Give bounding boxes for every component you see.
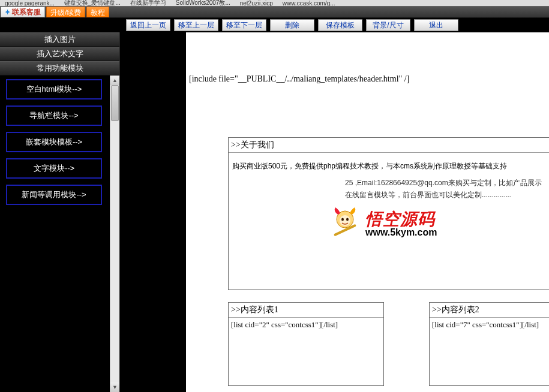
- module-nested-template[interactable]: 嵌套模块模板-->: [6, 132, 102, 152]
- module-text[interactable]: 文字模块-->: [6, 158, 102, 179]
- top-toolbar: ✦ 联系客服 升级/续费 教程: [0, 6, 549, 18]
- sidebar: 插入图片 插入艺术文字 常用功能模块 空白html模块--> 导航栏模块--> …: [0, 32, 120, 392]
- tab-item[interactable]: www.ccask.com/g...: [280, 0, 338, 6]
- sidebar-insert-art-text[interactable]: 插入艺术文字: [0, 47, 119, 61]
- module-navbar[interactable]: 导航栏模块-->: [6, 105, 102, 126]
- tab-item[interactable]: SolidWorks2007教...: [173, 0, 233, 6]
- contact-cs-label: 联系客服: [12, 7, 41, 17]
- about-paragraph-2: 25 ,Email:1628664925@qq.com来购买与定制，比如产品展示…: [231, 174, 547, 201]
- bg-size-button[interactable]: 背景/尺寸: [366, 19, 410, 31]
- module-news-call[interactable]: 新闻等调用模块-->: [6, 185, 102, 205]
- tab-item[interactable]: 在线新手学习: [128, 0, 169, 6]
- exit-button[interactable]: 退出: [414, 19, 458, 31]
- include-header-tag[interactable]: [include file="__PUBLIC__/../maliang_tem…: [189, 74, 409, 84]
- content-list-1-block[interactable]: >>内容列表1 [list cid="2" css="contcss1"][/l…: [228, 302, 384, 386]
- back-button[interactable]: 返回上一页: [126, 19, 170, 31]
- list1-code: [list cid="2" css="contcss1"][/list]: [229, 318, 383, 332]
- content-list-2-block[interactable]: >>内容列表2 [list cid="7" css="contcss1"][/l…: [429, 302, 549, 386]
- page-surface[interactable]: [include file="__PUBLIC__/../maliang_tem…: [186, 32, 549, 392]
- module-blank-html[interactable]: 空白html模块-->: [6, 79, 102, 99]
- sidebar-common-modules[interactable]: 常用功能模块: [0, 61, 119, 76]
- browser-tab-strip: google pagerank... 键盘交换_爱情键盘... 在线新手学习 S…: [0, 0, 549, 6]
- action-bar: 返回上一页 移至上一层 移至下一层 删除 保存模板 背景/尺寸 退出: [0, 18, 549, 32]
- upgrade-button[interactable]: 升级/续费: [46, 7, 85, 17]
- tab-item[interactable]: 键盘交换_爱情键盘...: [62, 0, 123, 6]
- list2-title: >>内容列表2: [430, 303, 549, 318]
- scroll-up-icon[interactable]: ▲: [110, 76, 119, 85]
- tutorial-button[interactable]: 教程: [86, 7, 109, 17]
- module-scrollbar[interactable]: ▲ ▼: [110, 76, 119, 392]
- move-prev-layer-button[interactable]: 移至上一层: [174, 19, 218, 31]
- editor-canvas[interactable]: [include file="__PUBLIC__/../maliang_tem…: [120, 32, 549, 392]
- module-list: 空白html模块--> 导航栏模块--> 嵌套模块模板--> 文字模块--> 新…: [0, 76, 119, 392]
- delete-button[interactable]: 删除: [270, 19, 314, 31]
- about-title: >>关于我们: [229, 138, 549, 153]
- list1-title: >>内容列表1: [229, 303, 383, 318]
- about-body: 购买商业版500元，免费提供php编程技术教授，与本cms系统制作原理教授等基础…: [229, 153, 549, 203]
- main-area: 插入图片 插入艺术文字 常用功能模块 空白html模块--> 导航栏模块--> …: [0, 32, 549, 392]
- move-next-layer-button[interactable]: 移至下一层: [222, 19, 266, 31]
- tab-item[interactable]: google pagerank...: [2, 0, 57, 6]
- about-us-block[interactable]: >>关于我们 购买商业版500元，免费提供php编程技术教授，与本cms系统制作…: [228, 137, 549, 290]
- scroll-down-icon[interactable]: ▼: [110, 382, 119, 392]
- star-icon: ✦: [5, 8, 10, 16]
- tab-item[interactable]: net2uzii.xicp: [238, 0, 275, 6]
- scroll-thumb[interactable]: [111, 85, 119, 121]
- save-template-button[interactable]: 保存模板: [318, 19, 362, 31]
- list2-code: [list cid="7" css="contcss1"][/list]: [430, 318, 549, 332]
- canvas-dark-margin: [120, 32, 186, 392]
- about-paragraph-1: 购买商业版500元，免费提供php编程技术教授，与本cms系统制作原理教授等基础…: [231, 158, 547, 174]
- contact-cs-button[interactable]: ✦ 联系客服: [1, 7, 45, 17]
- sidebar-insert-image[interactable]: 插入图片: [0, 32, 119, 47]
